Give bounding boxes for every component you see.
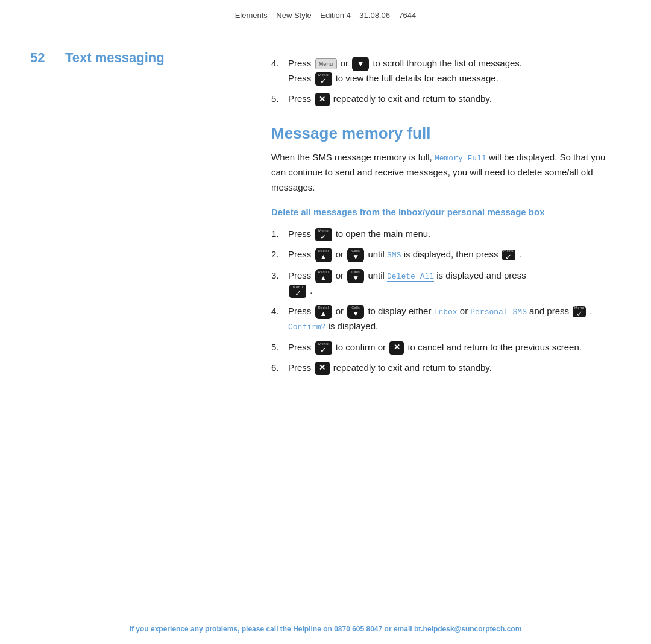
- step-4: 4. Press Menu or ▼ to scroll through the…: [271, 56, 621, 86]
- section-body: When the SMS message memory is full, Mem…: [271, 150, 621, 195]
- step-4-text3: to view the full details for each messag…: [336, 73, 498, 83]
- step-2-text2: until: [368, 249, 387, 259]
- step-4-menu-check-icon: Menu ✓: [573, 306, 586, 317]
- scroll-down-button-icon: ▼: [352, 57, 369, 71]
- step-4-or1: or: [341, 58, 351, 68]
- step-2-text1: Press: [288, 249, 314, 259]
- footer-text: If you experience any problems, please c…: [130, 625, 522, 633]
- chapter-label: 52 Text messaging: [30, 50, 247, 66]
- step-1-text1: Press: [288, 229, 314, 239]
- step-5-top-text2: repeatedly to exit and return to standby…: [333, 93, 492, 104]
- step-5-delete-text2: to confirm or: [336, 342, 389, 352]
- step-6-x-icon: ✕: [315, 362, 330, 375]
- step-6-text1: Press: [288, 362, 314, 373]
- step-1-num: 1.: [271, 227, 279, 241]
- x-button-icon: ✕: [315, 93, 330, 106]
- confirm-label: Confirm?: [288, 323, 326, 332]
- step-4-delete-text5: is displayed.: [329, 321, 379, 331]
- left-sidebar: 52 Text messaging: [0, 50, 247, 387]
- menu-check-button-icon: Menu ✓: [315, 72, 332, 86]
- step-1-text2: to open the main menu.: [336, 229, 431, 239]
- section-title: Message memory full: [271, 124, 621, 143]
- step-4-delete-text3: and press: [529, 306, 571, 316]
- step-4-num: 4.: [271, 56, 279, 71]
- step-2-menu-check-icon: Menu ✓: [502, 250, 515, 260]
- delete-all-label: Delete All: [387, 272, 434, 282]
- header-title: Elements – New Style – Edition 4 – 31.08…: [235, 11, 417, 20]
- step-4-redial-icon: Redial ▲: [315, 305, 332, 319]
- step-2-redial-icon: Redial ▲: [315, 248, 332, 262]
- chapter-title-label: Text messaging: [65, 50, 165, 66]
- chapter-number: 52: [30, 50, 54, 66]
- main-content: 4. Press Menu or ▼ to scroll through the…: [247, 50, 651, 387]
- step-3-text1: Press: [288, 270, 314, 280]
- step-2-end: .: [519, 249, 521, 259]
- step-5-top-text1: Press: [288, 93, 314, 104]
- step-6-num: 6.: [271, 361, 279, 375]
- step-5-top: 5. Press ✕ repeatedly to exit and return…: [271, 92, 621, 106]
- step-5-delete-num: 5.: [271, 340, 279, 355]
- page-layout: 52 Text messaging 4. Press Menu or ▼ to: [0, 50, 651, 387]
- top-steps-list: 4. Press Menu or ▼ to scroll through the…: [271, 56, 621, 106]
- step-2-text3: is displayed, then press: [404, 249, 501, 259]
- step-3-text3: is displayed and press: [436, 270, 526, 280]
- step-5-delete-text3: to cancel and return to the previous scr…: [407, 342, 582, 352]
- page-header: Elements – New Style – Edition 4 – 31.08…: [0, 0, 651, 26]
- step-4-text1: Press: [288, 58, 314, 68]
- step-5-delete-text1: Press: [288, 342, 314, 352]
- step-4-delete-num: 4.: [271, 304, 279, 318]
- step-4-press2: Press: [288, 73, 314, 83]
- step-4-delete-text1: Press: [288, 306, 314, 316]
- menu-button-icon: Menu: [315, 58, 337, 69]
- delete-steps-list: 1. Press Menu ✓ to open the main menu. 2…: [271, 227, 621, 375]
- step-4-delete-or: or: [336, 306, 347, 316]
- step-4-delete-text4: .: [590, 306, 592, 316]
- step-4-delete-text2: to display either: [368, 306, 433, 316]
- step-2-or: or: [336, 249, 347, 259]
- inbox-label: Inbox: [434, 308, 458, 317]
- step-5-top-num: 5.: [271, 92, 279, 106]
- sms-label: SMS: [387, 251, 401, 260]
- step-3-redial-icon: Redial ▲: [315, 269, 332, 283]
- step-3-menu-check-icon: Menu ✓: [289, 285, 306, 298]
- step-5-x-icon: ✕: [389, 341, 404, 355]
- step-3-end: .: [310, 285, 312, 295]
- step-4-text2: to scroll through the list of messages.: [373, 58, 522, 68]
- step-3-num: 3.: [271, 268, 279, 283]
- step-2: 2. Press Redial ▲ or Calls ▼ until SMS i…: [271, 247, 621, 262]
- step-3-calls-down-icon: Calls ▼: [347, 269, 364, 283]
- subsection-title: Delete all messages from the Inbox/your …: [271, 206, 621, 219]
- step-5-delete: 5. Press Menu ✓ to confirm or ✕ to cance…: [271, 340, 621, 355]
- step-6: 6. Press ✕ repeatedly to exit and return…: [271, 361, 621, 375]
- step-4-delete-or2: or: [460, 306, 471, 316]
- step-1-menu-check-icon: Menu ✓: [315, 228, 332, 241]
- step-4-calls-down-icon: Calls ▼: [347, 305, 364, 319]
- personal-sms-label: Personal SMS: [470, 308, 527, 317]
- step-3-text2: until: [368, 270, 387, 280]
- step-2-num: 2.: [271, 247, 279, 262]
- memory-full-label: Memory Full: [435, 154, 486, 163]
- step-5-menu-check-icon: Menu ✓: [315, 341, 332, 355]
- step-4-content: Press Menu or ▼ to scroll through the li…: [288, 56, 621, 86]
- body-text-before: When the SMS message memory is full,: [271, 152, 432, 162]
- step-6-text2: repeatedly to exit and return to standby…: [333, 362, 492, 373]
- step-4-delete: 4. Press Redial ▲ or Calls ▼ to display …: [271, 304, 621, 334]
- step-2-calls-down-icon: Calls ▼: [347, 248, 364, 262]
- page-footer: If you experience any problems, please c…: [0, 625, 651, 633]
- step-3: 3. Press Redial ▲ or Calls ▼ until Delet…: [271, 268, 621, 298]
- step-1: 1. Press Menu ✓ to open the main menu.: [271, 227, 621, 241]
- step-3-or: or: [336, 270, 347, 280]
- sidebar-divider: [30, 72, 247, 72]
